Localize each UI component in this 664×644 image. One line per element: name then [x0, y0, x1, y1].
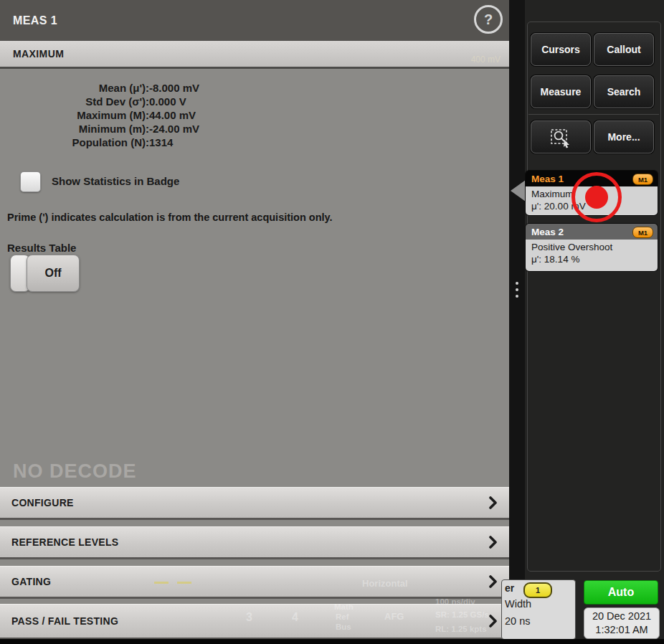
- click-indicator: [571, 172, 622, 222]
- panel-titlebar: MEAS 1: [0, 0, 509, 41]
- help-icon[interactable]: ?: [474, 5, 503, 34]
- ghost-axis-label: 400 mV: [471, 55, 501, 65]
- zoom-select-icon: [549, 126, 572, 148]
- oscilloscope-screen: MEAS 1 ? MAXIMUM 400 mV Mean (μ'):-8.000…: [0, 0, 664, 644]
- stat-row: Population (N):1314: [0, 136, 301, 149]
- click-indicator-dot: [585, 186, 608, 209]
- stat-row: Maximum (M):44.00 mV: [0, 108, 301, 122]
- chevron-right-icon: [489, 574, 498, 589]
- cursors-button[interactable]: Cursors: [531, 33, 591, 66]
- meas1-name: Meas 1: [526, 174, 564, 184]
- stat-row: Std Dev (σ'):0.000 V: [0, 95, 301, 108]
- screen-bottom-edge: [0, 639, 664, 644]
- panel-title: MEAS 1: [0, 14, 57, 27]
- accordion-label: PASS / FAIL TESTING: [0, 615, 118, 627]
- meas2-name: Meas 2: [526, 227, 564, 237]
- accordion-reference-levels[interactable]: REFERENCE LEVELS: [0, 526, 509, 559]
- datetime-badge[interactable]: 20 Dec 2021 1:32:01 AM: [584, 607, 660, 639]
- meas2-type: Positive Overshoot: [531, 241, 652, 253]
- search-button[interactable]: Search: [594, 75, 654, 108]
- trigger-type: Width: [505, 598, 531, 610]
- meas-config-panel: MEAS 1 ? MAXIMUM 400 mV Mean (μ'):-8.000…: [0, 0, 509, 639]
- section-title: MAXIMUM: [0, 48, 64, 60]
- more-button[interactable]: More...: [594, 120, 654, 153]
- date-text: 20 Dec 2021: [592, 610, 651, 623]
- trigger-badge[interactable]: er 1 Width 20 ns: [501, 579, 576, 640]
- stat-row: Minimum (m):-24.00 mV: [0, 122, 301, 136]
- no-decode-badge: NO DECODE: [13, 460, 137, 483]
- show-statistics-label: Show Statistics in Badge: [52, 175, 179, 187]
- accordion-label: GATING: [0, 576, 51, 587]
- toggle-state: Off: [27, 255, 80, 292]
- meas2-badge-header: Meas 2 M1: [526, 224, 658, 240]
- accordion-label: REFERENCE LEVELS: [0, 536, 119, 548]
- callout-button[interactable]: Callout: [594, 33, 654, 66]
- accordion-label: CONFIGURE: [0, 497, 74, 508]
- results-table-label: Results Table: [7, 242, 76, 254]
- meas2-badge[interactable]: Meas 2 M1 Positive Overshoot μ': 18.14 %: [526, 224, 658, 271]
- panel-divider: [509, 0, 525, 639]
- stat-row: Mean (μ'):-8.000 mV: [0, 81, 301, 95]
- results-table-toggle[interactable]: Off: [10, 255, 77, 290]
- ghost-marker: [154, 582, 169, 584]
- chevron-right-icon: [489, 496, 498, 510]
- chevron-right-icon: [489, 535, 498, 549]
- prime-note: Prime (') indicates calculation is from …: [7, 212, 333, 223]
- trigger-source-channel: 1: [523, 582, 552, 598]
- ghost-marker: [177, 582, 191, 584]
- meas2-badge-body: Positive Overshoot μ': 18.14 %: [526, 240, 658, 271]
- measure-button[interactable]: Measure: [531, 75, 591, 108]
- meas2-tag: M1: [632, 227, 653, 238]
- trigger-badge-fragment: er: [505, 582, 514, 594]
- stats-list: Mean (μ'):-8.000 mVStd Dev (σ'):0.000 VM…: [0, 81, 301, 149]
- meas1-tag: M1: [632, 174, 653, 185]
- accordion-configure[interactable]: CONFIGURE: [0, 487, 509, 520]
- accordion-gating[interactable]: GATING: [0, 566, 509, 599]
- show-statistics-checkbox[interactable]: [20, 171, 41, 192]
- panel-drag-handle[interactable]: [516, 282, 518, 298]
- meas2-value: μ': 18.14 %: [531, 253, 652, 265]
- zoom-select-button[interactable]: [531, 120, 591, 153]
- section-header-maximum[interactable]: MAXIMUM 400 mV: [0, 41, 509, 69]
- trigger-value: 20 ns: [505, 615, 530, 627]
- acquisition-mode-button[interactable]: Auto: [584, 580, 658, 605]
- button-group-separator: [528, 114, 659, 115]
- chevron-right-icon: [489, 614, 498, 628]
- accordion-pass-fail-testing[interactable]: PASS / FAIL TESTING: [0, 604, 509, 640]
- time-text: 1:32:01 AM: [595, 623, 648, 637]
- badge-pointer-arrow: [511, 180, 526, 202]
